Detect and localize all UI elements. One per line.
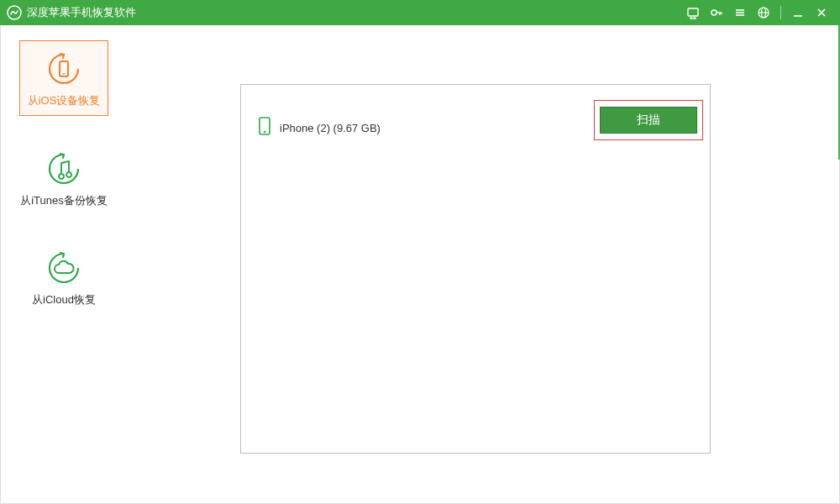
feedback-icon[interactable] [681, 0, 705, 25]
phone-icon [258, 117, 271, 139]
scan-button-highlight: 扫描 [594, 100, 703, 140]
titlebar: 深度苹果手机恢复软件 [0, 0, 840, 25]
sidebar-item-label: 从iCloud恢复 [19, 292, 108, 307]
main-area: iPhone (2) (9.67 GB) 扫描 [127, 25, 839, 503]
svg-point-21 [264, 131, 265, 133]
cloud-restore-icon [19, 249, 108, 287]
sidebar: 从iOS设备恢复 从iTunes备份恢复 从iCloud恢复 [1, 25, 127, 503]
phone-restore-icon [20, 50, 108, 88]
svg-point-19 [63, 73, 65, 75]
scan-button[interactable]: 扫描 [600, 107, 697, 134]
music-restore-icon [19, 150, 108, 188]
sidebar-item-label: 从iTunes备份恢复 [19, 193, 108, 208]
menu-icon[interactable] [728, 0, 752, 25]
titlebar-separator [780, 6, 781, 19]
sidebar-item-icloud[interactable]: 从iCloud恢复 [19, 240, 108, 314]
sidebar-item-label: 从iOS设备恢复 [20, 93, 108, 108]
svg-rect-1 [688, 8, 698, 16]
globe-icon[interactable] [752, 0, 775, 25]
svg-point-5 [711, 10, 717, 15]
minimize-button[interactable] [786, 0, 810, 25]
close-button[interactable] [810, 0, 833, 25]
sidebar-item-ios-device[interactable]: 从iOS设备恢复 [19, 40, 108, 116]
sidebar-item-itunes-backup[interactable]: 从iTunes备份恢复 [19, 141, 108, 215]
key-icon[interactable] [705, 0, 728, 25]
app-title: 深度苹果手机恢复软件 [27, 5, 136, 20]
device-name: iPhone (2) (9.67 GB) [280, 122, 381, 134]
device-panel: iPhone (2) (9.67 GB) 扫描 [240, 84, 711, 454]
app-logo-icon [7, 5, 22, 20]
